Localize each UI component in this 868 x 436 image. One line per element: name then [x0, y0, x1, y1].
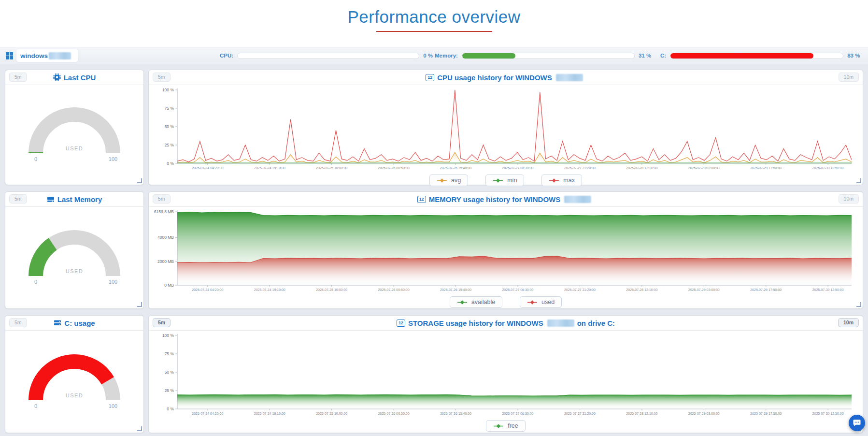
redacted-host-name [556, 74, 583, 81]
resize-handle[interactable] [856, 178, 861, 183]
time-badge-10m[interactable]: 10m [839, 73, 859, 82]
host-chip[interactable]: windows [16, 49, 78, 62]
cpu-percent-value: 0 % [423, 53, 433, 58]
legend-label: min [507, 177, 517, 184]
time-badge-5m[interactable]: 5m [9, 194, 27, 203]
x-tick-label: 2025-07-29 17:50:00 [750, 412, 782, 415]
legend-min-marker-icon [493, 178, 503, 183]
y-tick-label: 0 MB [164, 283, 174, 288]
legend-available-button[interactable]: available [450, 296, 502, 308]
calendar-12-icon: 12 [426, 74, 434, 81]
y-tick-label: 2000 MB [157, 259, 174, 264]
y-tick-label: 6159.8 MB [154, 209, 174, 214]
x-tick-label: 2025-07-25 10:00:00 [316, 288, 347, 291]
y-tick-label: 0 % [167, 407, 174, 411]
x-tick-label: 2025-07-26 15:40:00 [440, 412, 471, 415]
panel-title-text: C: usage [64, 319, 95, 327]
y-tick-label: 4000 MB [157, 235, 174, 240]
memory-percent-value: 31 % [639, 53, 651, 58]
panel-title-text: Last CPU [64, 73, 96, 82]
cpu-gauge: USED0100 [19, 104, 130, 166]
panel-title-last-cpu: Last CPU [53, 73, 96, 82]
x-tick-label: 2025-07-27 21:20:00 [564, 288, 596, 291]
panel-last-cpu-header: 5m Last CPU [5, 70, 143, 85]
resize-handle[interactable] [137, 178, 142, 183]
calendar-12-icon: 12 [417, 196, 426, 203]
legend-max-button[interactable]: max [541, 174, 582, 186]
y-tick-label: 75 % [165, 351, 174, 356]
gauge-max-label: 100 [109, 403, 117, 409]
y-tick-label: 25 % [165, 143, 174, 147]
panel-memory-history: 5m 12 MEMORY usage history for WINDOWS 1… [148, 191, 863, 309]
redacted-host-name [49, 52, 71, 59]
chat-button[interactable] [849, 415, 865, 431]
redacted-host-name [547, 320, 574, 327]
series-max-line [177, 90, 852, 162]
time-badge-5m[interactable]: 5m [153, 194, 171, 203]
time-badge-5m[interactable]: 5m [9, 73, 27, 82]
legend-used-button[interactable]: used [520, 296, 562, 308]
x-tick-label: 2025-07-29 03:00:00 [688, 412, 720, 415]
panel-cpu-history-header: 5m 12 CPU usage history for WINDOWS 10m [149, 70, 863, 85]
x-tick-label: 2025-07-30 12:50:00 [812, 288, 844, 291]
panel-last-memory: 5m Last Memory USED0100 [5, 191, 144, 309]
legend-max-marker-icon [549, 178, 559, 183]
y-tick-label: 75 % [165, 106, 174, 111]
panel-last-cpu: 5m Last CPU USED0100 [5, 70, 144, 185]
memory-icon [47, 195, 55, 203]
legend-label: available [471, 299, 495, 305]
x-tick-label: 2025-07-28 12:10:00 [626, 288, 657, 291]
legend-label: max [563, 177, 575, 184]
cpu-progressbar [237, 53, 419, 59]
panel-title-cpu-history: 12 CPU usage history for WINDOWS [426, 73, 586, 82]
panel-last-memory-header: 5m Last Memory [5, 192, 143, 207]
memory-gauge: USED0100 [19, 227, 130, 289]
c-drive-percent-value: 83 % [847, 53, 860, 58]
panel-title-memory-history: 12 MEMORY usage history for WINDOWS [417, 195, 595, 203]
resize-handle[interactable] [856, 302, 861, 307]
time-badge-10m[interactable]: 10m [838, 318, 859, 327]
y-tick-label: 25 % [165, 388, 174, 393]
legend-min-button[interactable]: min [485, 174, 524, 186]
x-tick-label: 2025-07-25 10:00:00 [316, 166, 347, 170]
series-max-area [177, 90, 852, 163]
memory-metric-label: Memory: [435, 53, 458, 58]
legend-free-button[interactable]: free [486, 420, 526, 432]
chat-bubble-icon [853, 419, 861, 427]
host-status-bar: windows CPU: 0 % Memory: 31 % C: 83 % [0, 47, 868, 64]
legend-free-marker-icon [493, 424, 504, 428]
y-tick-label: 50 % [165, 370, 174, 375]
legend-avg-button[interactable]: avg [429, 174, 468, 186]
gauge-center-label: USED [66, 268, 84, 274]
series-free-area [177, 395, 852, 409]
y-tick-label: 100 % [162, 87, 174, 92]
gauge-min-label: 0 [34, 403, 37, 409]
legend-available-marker-icon [457, 300, 468, 305]
time-badge-5m[interactable]: 5m [153, 73, 171, 82]
legend-label: free [508, 422, 518, 429]
c-drive-progress-fill [670, 53, 813, 58]
gauge-max-label: 100 [109, 279, 117, 285]
x-tick-label: 2025-07-27 21:20:00 [564, 166, 596, 170]
time-badge-10m[interactable]: 10m [839, 194, 859, 203]
resize-handle[interactable] [137, 426, 142, 431]
hard-drive-icon [54, 319, 61, 327]
x-tick-label: 2025-07-26 00:50:00 [378, 412, 410, 415]
x-tick-label: 2025-07-29 17:50:00 [750, 166, 782, 170]
memory-gauge-body: USED0100 [5, 207, 143, 308]
cpu-chart-legend: avgminmax [149, 174, 863, 186]
legend-used-marker-icon [527, 300, 538, 305]
memory-chart-legend: availableused [149, 296, 863, 308]
x-tick-label: 2025-07-27 06:30:00 [502, 166, 533, 170]
host-name: windows [20, 52, 48, 59]
x-tick-label: 2025-07-26 00:50:00 [378, 288, 410, 291]
x-tick-label: 2025-07-27 21:20:00 [564, 412, 596, 415]
x-tick-label: 2025-07-24 04:20:00 [192, 288, 223, 291]
cpu-metric: CPU: 0 % [220, 47, 433, 64]
time-badge-5m[interactable]: 5m [9, 318, 27, 327]
time-badge-5m[interactable]: 5m [153, 318, 171, 327]
x-tick-label: 2025-07-26 15:40:00 [440, 166, 471, 170]
resize-handle[interactable] [137, 302, 142, 307]
series-available-line [177, 212, 852, 216]
x-tick-label: 2025-07-24 19:10:00 [254, 288, 285, 291]
